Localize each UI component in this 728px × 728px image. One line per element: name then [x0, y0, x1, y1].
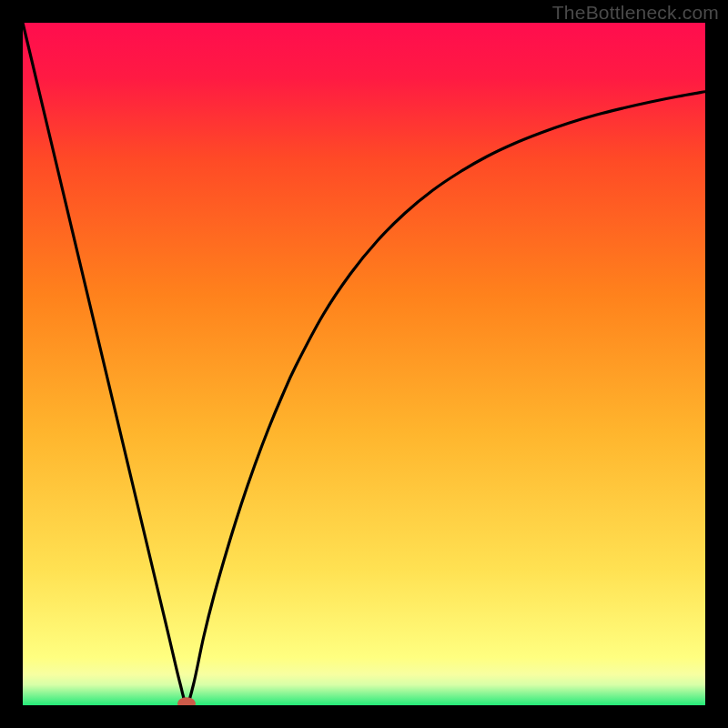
plot-area: [23, 23, 705, 705]
chart-frame: TheBottleneck.com: [0, 0, 728, 728]
chart-svg: [23, 23, 705, 705]
chart-background: [23, 23, 705, 705]
watermark-label: TheBottleneck.com: [552, 2, 719, 24]
